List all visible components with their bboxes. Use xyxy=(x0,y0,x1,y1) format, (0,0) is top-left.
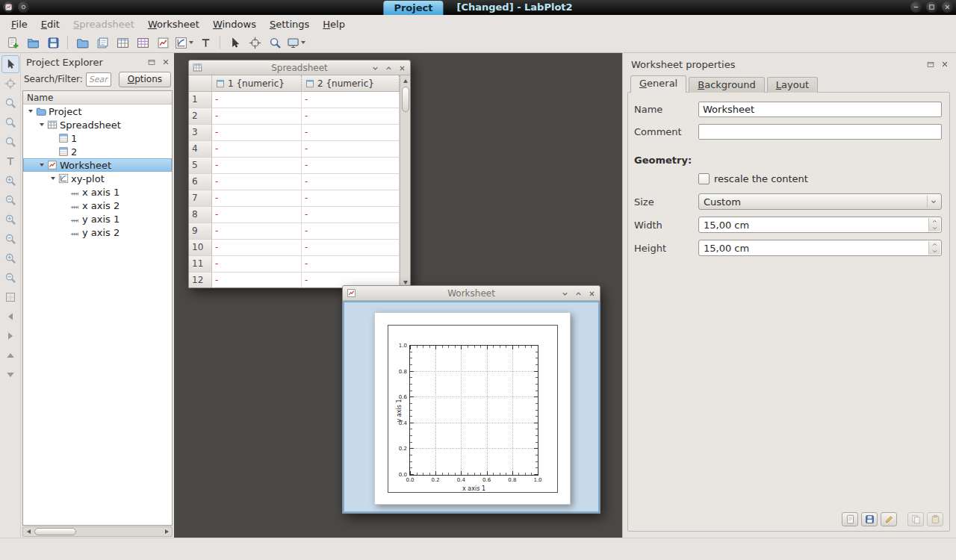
width-spinbox[interactable]: 15,00 cm xyxy=(698,217,942,233)
new-plot-button[interactable] xyxy=(173,34,195,52)
zoom-out-tool[interactable] xyxy=(1,191,19,209)
comment-input[interactable] xyxy=(698,124,942,140)
plot-area[interactable]: y axis 1 x axis 1 0.00.20.40.60.81.00.00… xyxy=(388,325,558,493)
properties-header[interactable]: Worksheet properties xyxy=(627,57,952,72)
height-spinbox[interactable]: 15,00 cm xyxy=(698,240,942,256)
rescale-checkbox[interactable] xyxy=(698,173,710,184)
expand-arrow-icon[interactable] xyxy=(37,164,46,167)
tree-item-y-axis-1[interactable]: y axis 1 xyxy=(23,212,172,225)
row-header[interactable]: 4 xyxy=(189,141,212,158)
sheet-cell[interactable]: - xyxy=(212,125,302,141)
scrollbar-thumb[interactable] xyxy=(402,87,409,112)
shade-icon[interactable] xyxy=(573,288,583,299)
new-folder-button[interactable] xyxy=(72,34,92,52)
menu-edit[interactable]: Edit xyxy=(34,17,66,31)
close-icon[interactable] xyxy=(942,1,953,13)
crosshair-tool-button[interactable] xyxy=(245,34,264,52)
tree-item-project[interactable]: Project xyxy=(23,105,172,118)
row-header[interactable]: 3 xyxy=(189,125,212,141)
spin-up-icon[interactable] xyxy=(929,241,940,248)
sheet-cell[interactable]: - xyxy=(212,174,302,190)
tree-item-1[interactable]: 1 xyxy=(23,131,172,145)
new-worksheet-button[interactable] xyxy=(153,34,173,52)
sheet-cell[interactable]: - xyxy=(302,207,400,223)
new-project-button[interactable] xyxy=(3,34,22,52)
row-header[interactable]: 8 xyxy=(189,207,212,223)
close-icon[interactable] xyxy=(586,288,597,299)
titlebar-project-tab[interactable]: Project xyxy=(383,1,443,15)
sheet-cell[interactable]: - xyxy=(212,92,302,108)
window-menu-icon[interactable] xyxy=(370,63,380,73)
scroll-left-icon[interactable] xyxy=(23,526,34,537)
worksheet-window-titlebar[interactable]: Worksheet xyxy=(343,286,600,301)
load-template-button[interactable] xyxy=(842,512,858,526)
sheet-cell[interactable]: - xyxy=(302,125,400,141)
add-text-tool[interactable] xyxy=(1,152,19,170)
sheet-cell[interactable]: - xyxy=(302,92,400,108)
worksheet-view[interactable]: y axis 1 x axis 1 0.00.20.40.60.81.00.00… xyxy=(343,301,600,513)
text-label-button[interactable] xyxy=(196,34,215,52)
sticky-icon[interactable] xyxy=(18,1,29,13)
tree-item-worksheet[interactable]: Worksheet xyxy=(23,158,172,172)
name-column-header[interactable]: Name xyxy=(23,91,172,105)
spin-up-icon[interactable] xyxy=(929,218,940,225)
window-menu-icon[interactable] xyxy=(559,288,570,299)
vertical-scrollbar[interactable] xyxy=(400,75,410,287)
search-input[interactable] xyxy=(86,72,111,87)
column-header-2[interactable]: 2 {numeric} xyxy=(302,75,400,92)
zoom-out-x-tool[interactable] xyxy=(1,230,19,248)
sheet-cell[interactable]: - xyxy=(302,223,400,240)
menu-file[interactable]: File xyxy=(4,17,34,31)
row-header[interactable]: 12 xyxy=(189,273,212,287)
select-edit-tool[interactable] xyxy=(1,55,19,73)
zoom-y-select-tool[interactable] xyxy=(1,133,19,151)
tab-background[interactable]: Background xyxy=(689,77,765,93)
tab-layout[interactable]: Layout xyxy=(767,77,818,93)
select-tool-button[interactable] xyxy=(225,34,244,52)
scroll-right-icon[interactable] xyxy=(161,526,172,537)
close-icon[interactable] xyxy=(939,58,950,69)
sheet-cell[interactable]: - xyxy=(302,190,400,207)
horizontal-scrollbar[interactable] xyxy=(22,526,173,537)
sheet-cell[interactable]: - xyxy=(212,158,302,174)
shade-icon[interactable] xyxy=(383,63,394,73)
sheet-cell[interactable]: - xyxy=(212,141,302,158)
shift-left-x-tool[interactable] xyxy=(1,308,19,326)
copy-settings-button[interactable] xyxy=(907,512,924,526)
row-header[interactable]: 10 xyxy=(189,240,212,256)
save-default-button[interactable] xyxy=(881,512,897,526)
tree-item-xy-plot[interactable]: xy-plot xyxy=(23,172,172,185)
sheet-cell[interactable]: - xyxy=(212,108,302,125)
select-all-corner[interactable] xyxy=(189,75,212,92)
close-icon[interactable] xyxy=(397,63,407,73)
menu-settings[interactable]: Settings xyxy=(263,17,316,31)
float-icon[interactable] xyxy=(146,56,157,67)
maximize-icon[interactable] xyxy=(926,1,937,13)
sheet-cell[interactable]: - xyxy=(302,141,400,158)
row-header[interactable]: 9 xyxy=(189,223,212,240)
row-header[interactable]: 5 xyxy=(189,158,212,174)
sheet-cell[interactable]: - xyxy=(302,174,400,190)
close-icon[interactable] xyxy=(160,56,171,67)
spin-down-icon[interactable] xyxy=(929,225,940,231)
menu-worksheet[interactable]: Worksheet xyxy=(141,17,206,31)
tab-general[interactable]: General xyxy=(630,75,686,93)
row-header[interactable]: 6 xyxy=(189,174,212,190)
sheet-cell[interactable]: - xyxy=(212,256,302,273)
row-header[interactable]: 1 xyxy=(189,92,212,108)
tree-item-2[interactable]: 2 xyxy=(23,145,172,158)
menu-help[interactable]: Help xyxy=(316,17,352,31)
tree-item-x-axis-2[interactable]: x axis 2 xyxy=(23,199,172,212)
sheet-cell[interactable]: - xyxy=(302,108,400,125)
sheet-cell[interactable]: - xyxy=(212,207,302,223)
minimize-icon[interactable] xyxy=(910,1,922,13)
shift-down-y-tool[interactable] xyxy=(1,366,19,384)
zoom-tool-button[interactable] xyxy=(265,34,285,52)
size-select[interactable]: Custom xyxy=(698,193,942,210)
options-button[interactable]: Options xyxy=(119,72,171,87)
expand-arrow-icon[interactable] xyxy=(49,177,57,180)
zoom-out-y-tool[interactable] xyxy=(1,269,19,287)
plot-axes[interactable]: y axis 1 x axis 1 0.00.20.40.60.81.00.00… xyxy=(409,345,538,476)
menu-windows[interactable]: Windows xyxy=(206,17,263,31)
zoom-in-x-tool[interactable] xyxy=(1,211,19,228)
